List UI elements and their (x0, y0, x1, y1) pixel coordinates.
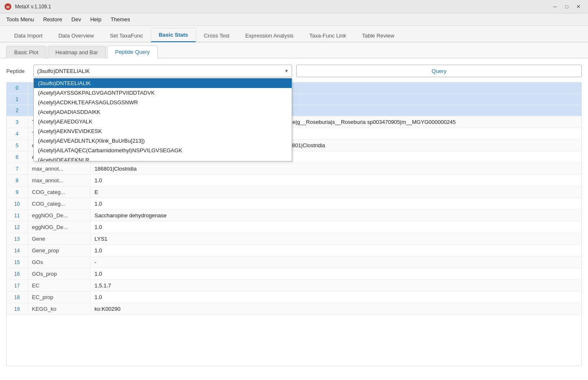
dropdown-item[interactable]: (Acetyl)DEAEEKNLR (34, 155, 292, 161)
row-index: 1 (7, 94, 28, 105)
row-index: 17 (7, 280, 28, 292)
sub-tab-basic-plot[interactable]: Basic Plot (6, 46, 46, 58)
sub-tab-heatmap-and-bar[interactable]: Heatmap and Bar (48, 46, 106, 58)
row-col1: max_annot... (28, 163, 90, 175)
main-tab-data-overview[interactable]: Data Overview (50, 29, 102, 42)
svg-text:M: M (6, 5, 10, 9)
main-tab-basic-stats[interactable]: Basic Stats (151, 28, 196, 42)
main-tab-expression-analysis[interactable]: Expression Analysis (237, 29, 302, 42)
row-index: 12 (7, 221, 28, 233)
row-index: 14 (7, 245, 28, 257)
row-col1: COG_categ... (28, 198, 90, 210)
dropdown-list: (3sulfo)DNTEELIALIK(Acetyl)AAYSSGKPALGVG… (33, 78, 292, 161)
app-icon: M (4, 3, 12, 10)
row-index: 4 (7, 128, 28, 140)
table-row: 7max_annot...186801|Clostridia (7, 163, 581, 175)
menu-item-tools-menu[interactable]: Tools Menu (2, 15, 38, 24)
table-row: 9COG_categ...E (7, 186, 581, 198)
row-col1: EC_prop (28, 292, 90, 303)
row-index: 16 (7, 268, 28, 280)
row-col2: 1.0 (90, 292, 581, 303)
menu-item-dev[interactable]: Dev (67, 15, 85, 24)
main-tab-data-import[interactable]: Data Import (6, 29, 50, 42)
menu-item-themes[interactable]: Themes (106, 15, 134, 24)
table-row: 11eggNOG_De...Saccharopine dehydrogenase (7, 210, 581, 221)
row-index: 13 (7, 233, 28, 245)
row-index: 19 (7, 303, 28, 315)
row-index: 3 (7, 116, 28, 128)
row-index: 10 (7, 198, 28, 210)
row-col1: KEGG_ko (28, 303, 90, 315)
row-col1: max_annot... (28, 175, 90, 186)
row-col1: Gene_prop (28, 245, 90, 257)
menu-item-help[interactable]: Help (86, 15, 106, 24)
row-index: 2 (7, 105, 28, 116)
dropdown-item[interactable]: (3sulfo)DNTEELIALIK (34, 78, 292, 88)
app-title: MetaX v.1.109.1 (15, 4, 550, 10)
row-index: 11 (7, 210, 28, 221)
maximize-button[interactable]: □ (561, 3, 572, 11)
window-controls: ─ □ ✕ (550, 3, 584, 11)
table-row: 17EC1.5.1.7 (7, 280, 581, 292)
main-tab-taxa-func-link[interactable]: Taxa-Func Link (301, 29, 354, 42)
peptide-dropdown-display[interactable]: (3sulfo)DNTEELIALIK (33, 65, 292, 77)
row-col2: 1.5.1.7 (90, 280, 581, 292)
dropdown-item[interactable]: (Acetyl)AILATAQEC(Carbamidomethyl)NSPVIL… (34, 146, 292, 155)
dropdown-item[interactable]: (Acetyl)AEAEDGYALK (34, 117, 292, 126)
table-row: 8max_annot...1.0 (7, 175, 581, 186)
row-col2: 1.0 (90, 175, 581, 186)
sub-tabs: Basic PlotHeatmap and BarPeptide Query (0, 43, 588, 58)
close-button[interactable]: ✕ (573, 3, 584, 11)
menu-item-restore[interactable]: Restore (39, 15, 66, 24)
main-tab-cross-test[interactable]: Cross Test (196, 29, 237, 42)
table-row: 19KEGG_koko:K00290 (7, 303, 581, 315)
row-index: 8 (7, 175, 28, 186)
main-tab-set-taxafunc[interactable]: Set TaxaFunc (102, 29, 151, 42)
row-index: 15 (7, 257, 28, 268)
row-index: 0 (7, 83, 28, 94)
row-index: 6 (7, 151, 28, 163)
row-col2: E (90, 186, 581, 198)
content-area: Peptide (3sulfo)DNTEELIALIK ▼ (3sulfo)DN… (0, 58, 588, 380)
title-bar: M MetaX v.1.109.1 ─ □ ✕ (0, 0, 588, 13)
row-col1: GOs (28, 257, 90, 268)
row-col1: eggNOG_De... (28, 221, 90, 233)
menu-bar: Tools MenuRestoreDevHelpThemes (0, 13, 588, 26)
row-index: 9 (7, 186, 28, 198)
row-col2: ko:K00290 (90, 303, 581, 315)
table-row: 18EC_prop1.0 (7, 292, 581, 303)
row-index: 5 (7, 140, 28, 151)
main-tab-table-review[interactable]: Table Review (354, 29, 402, 42)
table-row: 12eggNOG_De...1.0 (7, 221, 581, 233)
peptide-row: Peptide (3sulfo)DNTEELIALIK ▼ (3sulfo)DN… (6, 65, 582, 77)
row-col2: 1.0 (90, 221, 581, 233)
dropdown-item[interactable]: (Acetyl)ADADIASDDAIKK (34, 107, 292, 117)
row-index: 18 (7, 292, 28, 303)
row-col2: - (90, 257, 581, 268)
table-row: 16GOs_prop1.0 (7, 268, 581, 280)
row-col1: EC (28, 280, 90, 292)
dropdown-item[interactable]: (Acetyl)ACDKHLTEAFASAGLDSGSNWR (34, 98, 292, 107)
row-col1: eggNOG_De... (28, 210, 90, 221)
row-col2: 1.0 (90, 198, 581, 210)
table-row: 10COG_categ...1.0 (7, 198, 581, 210)
row-col1: Gene (28, 233, 90, 245)
sub-tab-peptide-query[interactable]: Peptide Query (107, 45, 158, 58)
minimize-button[interactable]: ─ (550, 3, 560, 11)
row-col2: 1.0 (90, 268, 581, 280)
dropdown-item[interactable]: (Acetyl)AAYSSGKPALGVGAGNTPVIIDDTADVK (34, 88, 292, 98)
dropdown-item[interactable]: (Acetyl)AEVEADLNTLK(Xlink_BuUrBu[213]) (34, 136, 292, 146)
query-button[interactable]: Query (296, 65, 582, 77)
table-row: 14Gene_prop1.0 (7, 245, 581, 257)
peptide-dropdown-wrapper: (3sulfo)DNTEELIALIK ▼ (3sulfo)DNTEELIALI… (33, 65, 292, 77)
row-col2: 1.0 (90, 245, 581, 257)
dropdown-item[interactable]: (Acetyl)AEKNVEVIDKESK (34, 126, 292, 136)
table-row: 13GeneLYS1 (7, 233, 581, 245)
row-col1: GOs_prop (28, 268, 90, 280)
row-col2: Saccharopine dehydrogenase (90, 210, 581, 221)
peptide-label: Peptide (6, 68, 29, 74)
row-index: 7 (7, 163, 28, 175)
row-col2: LYS1 (90, 233, 581, 245)
row-col2: 186801|Clostridia (90, 163, 581, 175)
main-tabs: Data ImportData OverviewSet TaxaFuncBasi… (0, 26, 588, 43)
